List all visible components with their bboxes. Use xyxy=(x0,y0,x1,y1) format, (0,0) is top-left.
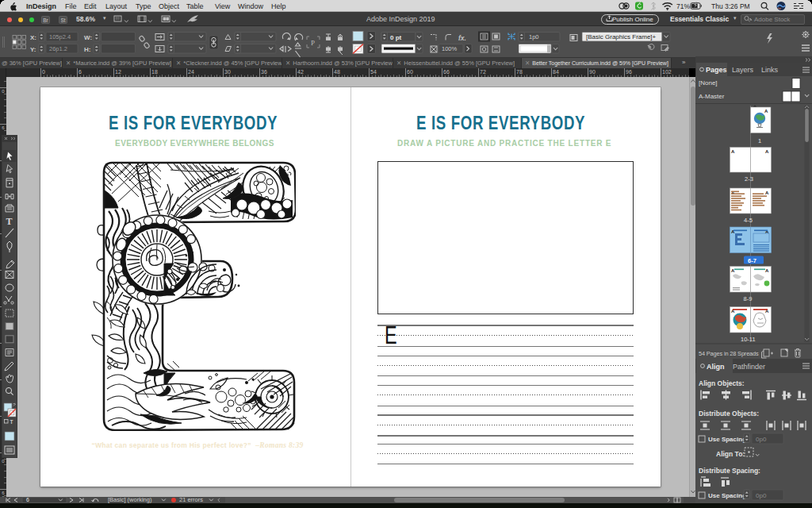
svg-text:2-3: 2-3 xyxy=(745,175,753,183)
svg-text:A: A xyxy=(731,229,735,234)
svg-text:Use Spacing: Use Spacing xyxy=(708,492,746,499)
svg-text:[None]: [None] xyxy=(699,79,718,87)
svg-text:0p0: 0p0 xyxy=(756,436,767,443)
svg-text:0p0: 0p0 xyxy=(756,492,767,499)
svg-text:21 errors: 21 errors xyxy=(179,497,203,503)
svg-text:1p0: 1p0 xyxy=(529,33,539,40)
svg-text:Help: Help xyxy=(271,2,286,10)
svg-text:Distribute Objects:: Distribute Objects: xyxy=(699,410,759,418)
svg-text:Pathfinder: Pathfinder xyxy=(733,363,765,371)
svg-text:Pages: Pages xyxy=(706,66,727,74)
svg-text:Use Spacing: Use Spacing xyxy=(708,436,746,443)
svg-text:fx.: fx. xyxy=(458,34,466,42)
svg-text:Layout: Layout xyxy=(105,2,128,10)
svg-text:Object: Object xyxy=(159,2,180,10)
svg-text:Y:: Y: xyxy=(30,46,36,53)
svg-text:A: A xyxy=(765,149,769,154)
svg-text:105p2.4: 105p2.4 xyxy=(49,33,71,40)
svg-text:InDesign: InDesign xyxy=(26,2,56,10)
svg-text:1: 1 xyxy=(758,137,761,144)
svg-text:Window: Window xyxy=(238,2,264,10)
svg-text:View: View xyxy=(215,2,231,10)
svg-text:A: A xyxy=(731,149,735,154)
svg-text:100%: 100% xyxy=(442,45,458,52)
svg-text:6-7: 6-7 xyxy=(748,257,756,264)
svg-text:H:: H: xyxy=(84,46,90,53)
svg-text:T: T xyxy=(6,216,13,227)
svg-text:Table: Table xyxy=(186,2,204,10)
svg-text:A: A xyxy=(765,190,769,195)
svg-text:Align: Align xyxy=(707,363,725,371)
svg-text:[Basic Graphics Frame]+: [Basic Graphics Frame]+ xyxy=(586,33,657,40)
svg-text:Thu 3:26 PM: Thu 3:26 PM xyxy=(711,2,750,10)
svg-text:T: T xyxy=(10,419,13,425)
svg-text:10-11: 10-11 xyxy=(741,336,756,343)
svg-text:A: A xyxy=(764,109,768,114)
svg-text:Layers: Layers xyxy=(732,66,754,74)
svg-text:A-Master: A-Master xyxy=(699,93,725,100)
svg-text:71%: 71% xyxy=(676,2,690,10)
svg-text:P: P xyxy=(311,39,315,47)
svg-text:X:: X: xyxy=(30,34,36,41)
svg-text:Align Objects:: Align Objects: xyxy=(699,379,745,387)
svg-text:8-9: 8-9 xyxy=(744,295,753,302)
svg-text:Align To:: Align To: xyxy=(716,450,745,458)
svg-text:W:: W: xyxy=(84,34,92,41)
svg-text:Distribute Spacing:: Distribute Spacing: xyxy=(699,467,760,475)
svg-text:54 Pages in 28 Spreads: 54 Pages in 28 Spreads xyxy=(699,350,759,357)
svg-text:Edit: Edit xyxy=(84,2,97,10)
svg-text:Links: Links xyxy=(761,66,779,74)
svg-text:6: 6 xyxy=(26,497,29,502)
svg-text:Type: Type xyxy=(136,2,151,10)
svg-text:[Basic] (working): [Basic] (working) xyxy=(108,497,152,503)
svg-text:File: File xyxy=(65,2,77,10)
svg-text:A: A xyxy=(765,268,769,273)
svg-text:0 pt: 0 pt xyxy=(390,34,402,41)
svg-text:4-5: 4-5 xyxy=(744,217,753,224)
svg-text:26p1.2: 26p1.2 xyxy=(49,45,67,52)
